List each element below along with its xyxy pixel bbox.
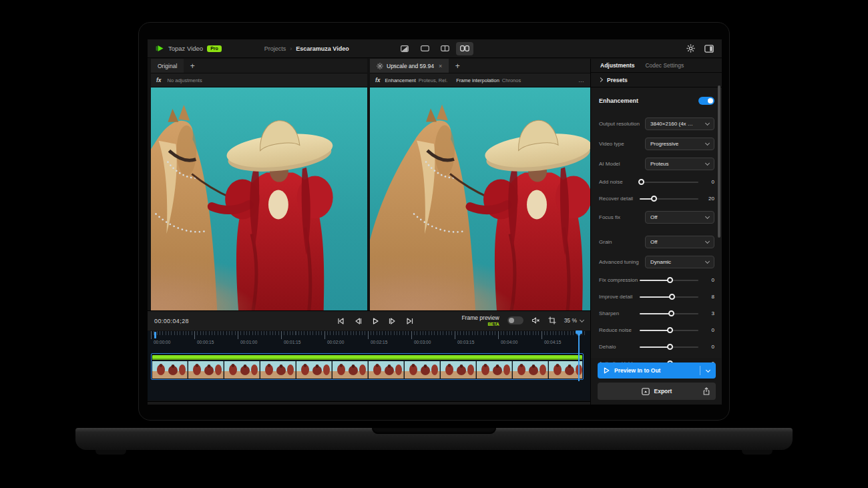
control-row-focus-fix: Focus fixOff (599, 207, 714, 227)
breadcrumb: Projects › Escaramuza Video (264, 45, 349, 52)
enhanced-video-preview[interactable] (370, 87, 590, 310)
share-icon[interactable] (703, 387, 710, 395)
fix-compression-value: 0 (704, 277, 714, 283)
enhanced-filters-bar: fx Enhancement Proteus, Rel. Frame inter… (370, 73, 590, 87)
fx-icon: fx (156, 77, 162, 83)
app-title: Topaz Video (168, 45, 203, 52)
preview-panes: Original + fx No adjustments (148, 59, 590, 310)
tab-codec-settings[interactable]: Codec Settings (645, 62, 684, 69)
crop-icon[interactable] (548, 316, 556, 324)
output-resolution-value: 3840×2160 (4x … (650, 121, 703, 127)
focus-fix-value: Off (650, 214, 703, 220)
breadcrumb-projects[interactable]: Projects (264, 45, 286, 52)
fix-compression-label: Fix compression (599, 277, 638, 283)
advanced-tuning-select[interactable]: Dynamic (645, 256, 714, 268)
preview-in-to-out-button[interactable]: Preview In to Out (598, 362, 716, 379)
recover-detail-slider-knob[interactable] (651, 196, 657, 202)
fix-compression-slider-knob[interactable] (667, 277, 673, 283)
preview-zoom-dropdown[interactable]: 35 % (564, 317, 584, 324)
original-filters-bar: fx No adjustments (151, 73, 367, 87)
recover-detail-label: Recover detail (599, 196, 633, 202)
enhancement-toggle[interactable] (698, 97, 714, 105)
jump-to-end-button[interactable] (406, 317, 414, 325)
view-mode-dual-icon[interactable] (456, 42, 473, 55)
toggle-right-panel-icon[interactable] (704, 45, 714, 53)
filter-enhancement-name[interactable]: Enhancement (385, 77, 416, 83)
control-row-sharpen: Sharpen3 (599, 305, 714, 322)
chevron-down-icon (705, 160, 710, 165)
frame-preview-toggle[interactable] (507, 316, 523, 324)
sidebar-scrollbar[interactable] (718, 85, 720, 238)
control-row-add-noise: Add noise0 (599, 174, 714, 190)
recover-detail-slider[interactable] (640, 196, 698, 202)
more-filters-icon[interactable]: … (578, 77, 585, 83)
improve-detail-slider[interactable] (640, 294, 698, 300)
view-mode-single-icon[interactable] (416, 42, 433, 55)
settings-gear-icon[interactable] (686, 44, 695, 53)
mute-audio-icon[interactable] (531, 316, 540, 324)
editor-column: Original + fx No adjustments (148, 59, 590, 405)
improve-detail-label: Improve detail (599, 294, 632, 300)
view-mode-split-icon[interactable] (396, 42, 413, 55)
play-button[interactable] (371, 317, 379, 325)
add-noise-slider[interactable] (640, 179, 698, 186)
tab-original[interactable]: Original (151, 59, 184, 73)
presets-row[interactable]: Presets (591, 73, 722, 87)
add-tab-button-2[interactable]: + (449, 59, 466, 73)
in-point-marker[interactable] (154, 332, 156, 338)
in-out-selection[interactable] (151, 353, 584, 380)
dehalo-slider[interactable] (640, 344, 698, 350)
playhead[interactable] (578, 331, 580, 381)
ai-model-select[interactable]: Proteus (645, 158, 714, 170)
ruler-tick: 00:04:00 (498, 331, 541, 353)
preview-options-dropdown[interactable] (700, 366, 710, 375)
reduce-noise-slider-knob[interactable] (667, 327, 673, 333)
sidebar-tabs: Adjustments Codec Settings (591, 59, 722, 73)
sharpen-label: Sharpen (599, 310, 619, 316)
reduce-noise-label: Reduce noise (599, 327, 632, 333)
filter-interpolation-name[interactable]: Frame interpolation (456, 77, 499, 83)
control-row-grain: GrainOff (599, 232, 714, 252)
reduce-noise-slider[interactable] (640, 327, 698, 334)
presets-label: Presets (607, 77, 628, 83)
add-noise-slider-knob[interactable] (638, 179, 644, 185)
dehalo-value: 0 (704, 344, 714, 350)
tab-upscale[interactable]: Upscale and 59.94 × (370, 59, 449, 73)
close-tab-icon[interactable]: × (439, 63, 442, 69)
sharpen-slider[interactable] (640, 310, 698, 317)
laptop-screen: Topaz Video Pro Projects › Escaramuza Vi… (138, 22, 730, 421)
output-resolution-select[interactable]: 3840×2160 (4x … (645, 117, 714, 130)
enhancement-gear-icon (377, 63, 383, 69)
fx-icon: fx (375, 77, 381, 83)
export-button-label: Export (654, 388, 672, 395)
add-noise-value: 0 (704, 179, 714, 185)
export-button[interactable]: Export (598, 383, 716, 400)
chevron-down-icon (705, 258, 710, 263)
add-tab-button[interactable]: + (184, 59, 201, 73)
view-mode-sidebyside-icon[interactable] (436, 42, 453, 55)
app-logo[interactable]: Topaz Video Pro (156, 44, 222, 53)
video-type-select[interactable]: Progressive (645, 138, 714, 150)
zoom-level-value: 35 % (564, 317, 577, 324)
control-row-output-resolution: Output resolution3840×2160 (4x … (599, 113, 714, 134)
grain-value: Off (650, 239, 703, 245)
next-frame-button[interactable] (389, 317, 397, 325)
original-video-preview[interactable] (151, 87, 367, 310)
timeline-clip[interactable] (151, 353, 585, 381)
reduce-noise-value: 0 (704, 327, 714, 333)
tab-adjustments[interactable]: Adjustments (600, 62, 634, 69)
focus-fix-select[interactable]: Off (645, 211, 714, 224)
laptop-foot (742, 450, 773, 455)
view-mode-switcher (396, 42, 473, 55)
control-row-recover-detail: Recover detail20 (599, 190, 714, 207)
sharpen-slider-knob[interactable] (668, 310, 674, 316)
previous-frame-button[interactable] (354, 317, 362, 325)
grain-select[interactable]: Off (645, 236, 714, 248)
preview-button-label: Preview In to Out (614, 367, 660, 374)
dehalo-slider-knob[interactable] (667, 344, 673, 350)
timeline-ruler[interactable]: 00:00:0000:00:1500:01:0000:01:1500:02:00… (151, 331, 585, 353)
fix-compression-slider[interactable] (640, 277, 698, 284)
jump-to-start-button[interactable] (337, 317, 345, 325)
improve-detail-slider-knob[interactable] (669, 294, 675, 300)
timeline[interactable]: 00:00:0000:00:1500:01:0000:01:1500:02:00… (148, 331, 590, 401)
